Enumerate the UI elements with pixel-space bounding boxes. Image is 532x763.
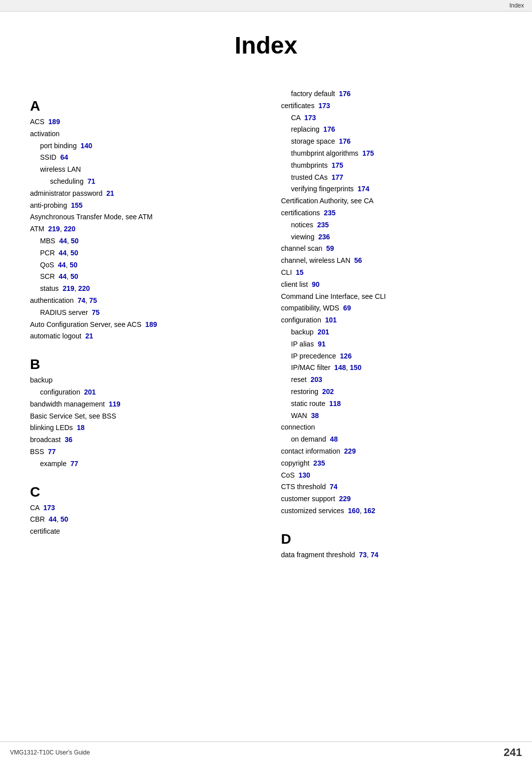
entry-activation: activation [30, 128, 251, 140]
entry-radius: RADIUS server 75 [30, 307, 251, 319]
entry-connection: connection [281, 422, 502, 434]
entry-acs-see: Auto Configuration Server, see ACS 189 [30, 319, 251, 331]
entry-scr: SCR 44, 50 [30, 271, 251, 283]
entry-atm-status: status 219, 220 [30, 283, 251, 295]
entry-qos: QoS 44, 50 [30, 259, 251, 271]
entry-atm-see: Asynchronous Transfer Mode, see ATM [30, 211, 251, 223]
section-d-letter: D [281, 531, 502, 547]
entry-backup-config: configuration 201 [30, 387, 251, 399]
entry-bandwidth: bandwidth management 119 [30, 399, 251, 411]
entry-cbr: CBR 44, 50 [30, 514, 251, 526]
entry-factory-default: factory default 176 [281, 88, 502, 100]
entry-verifying-fingerprints: verifying fingerprints 174 [281, 183, 502, 195]
entry-ca: CA 173 [30, 502, 251, 514]
entry-contact-info: contact information 229 [281, 446, 502, 458]
footer-brand: VMG1312-T10C User's Guide [10, 749, 90, 756]
section-c-letter: C [30, 484, 251, 500]
section-b-letter: B [30, 356, 251, 372]
entry-certificate: certificate [30, 526, 251, 538]
entry-thumbprint-alg: thumbprint algorithms 175 [281, 148, 502, 160]
entry-copyright: copyright 235 [281, 458, 502, 470]
entry-replacing: replacing 176 [281, 124, 502, 136]
entry-port-binding: port binding 140 [30, 140, 251, 152]
entry-static-route: static route 118 [281, 398, 502, 410]
entry-cert-ca: CA 173 [281, 112, 502, 124]
entry-blinking-leds: blinking LEDs 18 [30, 422, 251, 434]
entry-restoring: restoring 202 [281, 386, 502, 398]
entry-data-fragment: data fragment threshold 73, 74 [281, 549, 502, 561]
entry-bss-see: Basic Service Set, see BSS [30, 411, 251, 423]
entry-authentication: authentication 74, 75 [30, 295, 251, 307]
page-title: Index [0, 12, 532, 84]
entry-backup: backup [30, 374, 251, 387]
top-bar-label: Index [509, 2, 524, 9]
footer-pagenum: 241 [503, 746, 522, 759]
entry-customer-support: customer support 229 [281, 493, 502, 505]
entry-broadcast: broadcast 36 [30, 434, 251, 446]
entry-mbs: MBS 44, 50 [30, 235, 251, 247]
entry-ip-alias: IP alias 91 [281, 338, 502, 350]
entry-ip-mac-filter: IP/MAC filter 148, 150 [281, 362, 502, 374]
entry-storage-space: storage space 176 [281, 136, 502, 148]
entry-acs: ACS 189 [30, 116, 251, 128]
entry-channel-scan: channel scan 59 [281, 243, 502, 255]
top-bar: Index [0, 0, 532, 12]
entry-anti-probing: anti-probing 155 [30, 200, 251, 212]
entry-cli-see: Command Line Interface, see CLI [281, 291, 502, 303]
entry-certifications: certifications 235 [281, 207, 502, 219]
entry-scheduling: scheduling 71 [30, 176, 251, 188]
footer: VMG1312-T10C User's Guide 241 [0, 741, 532, 763]
entry-ssid: SSID 64 [30, 152, 251, 164]
entry-bss-example: example 77 [30, 458, 251, 470]
entry-auto-logout: automatic logout 21 [30, 330, 251, 342]
entry-config-backup: backup 201 [281, 326, 502, 338]
entry-cli: CLI 15 [281, 267, 502, 279]
entry-on-demand: on demand 48 [281, 434, 502, 446]
entry-thumbprints: thumbprints 175 [281, 160, 502, 172]
entry-wan: WAN 38 [281, 410, 502, 422]
entry-viewing: viewing 236 [281, 231, 502, 243]
entry-cts-threshold: CTS threshold 74 [281, 481, 502, 493]
entry-atm: ATM 219, 220 [30, 223, 251, 235]
right-column: factory default 176 certificates 173 CA … [266, 84, 502, 561]
entry-client-list: client list 90 [281, 279, 502, 291]
entry-pcr: PCR 44, 50 [30, 247, 251, 259]
entry-cert-authority-see: Certification Authority, see CA [281, 195, 502, 207]
entry-compat-wds: compatibility, WDS 69 [281, 302, 502, 314]
entry-configuration: configuration 101 [281, 314, 502, 326]
entry-certificates: certificates 173 [281, 100, 502, 112]
entry-channel-wlan: channel, wireless LAN 56 [281, 255, 502, 267]
section-a-letter: A [30, 98, 251, 114]
entry-ip-precedence: IP precedence 126 [281, 350, 502, 362]
left-column: A ACS 189 activation port binding 140 SS… [30, 84, 266, 561]
entry-notices: notices 235 [281, 219, 502, 231]
entry-cos: CoS 130 [281, 470, 502, 482]
entry-reset: reset 203 [281, 374, 502, 386]
entry-admin-password: administrator password 21 [30, 188, 251, 200]
entry-trusted-cas: trusted CAs 177 [281, 172, 502, 184]
entry-wireless-lan: wireless LAN [30, 164, 251, 176]
entry-bss: BSS 77 [30, 446, 251, 458]
entry-customized-services: customized services 160, 162 [281, 505, 502, 517]
